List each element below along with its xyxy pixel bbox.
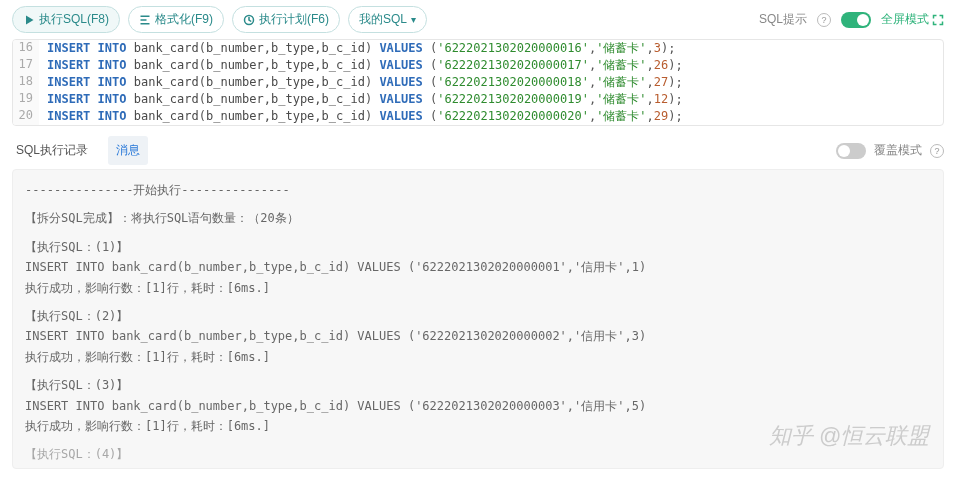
exec-sql: INSERT INTO bank_card(b_number,b_type,b_…: [25, 396, 931, 416]
fullscreen-label: 全屏模式: [881, 11, 929, 28]
result-tabs: SQL执行记录 消息 覆盖模式 ?: [0, 132, 956, 169]
exec-sql: INSERT INTO bank_card(b_number,b_type,b_…: [25, 257, 931, 277]
exec-sql: INSERT INTO bank_card(b_number,b_type,b_…: [25, 465, 931, 469]
mysql-button[interactable]: 我的SQL ▾: [348, 6, 427, 33]
output-split-done: 【拆分SQL完成】：将执行SQL语句数量：（20条）: [25, 208, 931, 228]
format-icon: [139, 14, 151, 26]
exec-block: 【执行SQL：(1)】INSERT INTO bank_card(b_numbe…: [25, 237, 931, 298]
exec-head: 【执行SQL：(4)】: [25, 444, 931, 464]
chevron-down-icon: ▾: [411, 14, 416, 25]
sql-editor[interactable]: 16INSERT INTO bank_card(b_number,b_type,…: [12, 39, 944, 126]
editor-line: 16INSERT INTO bank_card(b_number,b_type,…: [13, 40, 943, 57]
line-number: 16: [13, 40, 39, 57]
code-content[interactable]: INSERT INTO bank_card(b_number,b_type,b_…: [39, 57, 683, 74]
editor-line: 20INSERT INTO bank_card(b_number,b_type,…: [13, 108, 943, 125]
code-content[interactable]: INSERT INTO bank_card(b_number,b_type,b_…: [39, 40, 676, 57]
exec-block: 【执行SQL：(2)】INSERT INTO bank_card(b_numbe…: [25, 306, 931, 367]
output-separator: ---------------开始执行---------------: [25, 180, 931, 200]
help-icon[interactable]: ?: [930, 144, 944, 158]
line-number: 18: [13, 74, 39, 91]
expand-icon: [932, 14, 944, 26]
exec-head: 【执行SQL：(1)】: [25, 237, 931, 257]
help-icon[interactable]: ?: [817, 13, 831, 27]
overwrite-toggle[interactable]: [836, 143, 866, 159]
play-icon: [23, 14, 35, 26]
output-panel: ---------------开始执行--------------- 【拆分SQ…: [12, 169, 944, 469]
exec-sql: INSERT INTO bank_card(b_number,b_type,b_…: [25, 326, 931, 346]
code-content[interactable]: INSERT INTO bank_card(b_number,b_type,b_…: [39, 108, 683, 125]
exec-block: 【执行SQL：(3)】INSERT INTO bank_card(b_numbe…: [25, 375, 931, 436]
editor-line: 18INSERT INTO bank_card(b_number,b_type,…: [13, 74, 943, 91]
format-label: 格式化(F9): [155, 11, 213, 28]
code-content[interactable]: INSERT INTO bank_card(b_number,b_type,b_…: [39, 74, 683, 91]
fullscreen-link[interactable]: 全屏模式: [881, 11, 944, 28]
sql-hint-label: SQL提示: [759, 11, 807, 28]
line-number: 17: [13, 57, 39, 74]
run-sql-button[interactable]: 执行SQL(F8): [12, 6, 120, 33]
exec-block: 【执行SQL：(4)】INSERT INTO bank_card(b_numbe…: [25, 444, 931, 469]
plan-button[interactable]: 执行计划(F6): [232, 6, 340, 33]
overwrite-label: 覆盖模式: [874, 142, 922, 159]
line-number: 20: [13, 108, 39, 125]
exec-result: 执行成功，影响行数：[1]行，耗时：[6ms.]: [25, 278, 931, 298]
sql-hint-toggle[interactable]: [841, 12, 871, 28]
exec-head: 【执行SQL：(2)】: [25, 306, 931, 326]
plan-icon: [243, 14, 255, 26]
format-button[interactable]: 格式化(F9): [128, 6, 224, 33]
editor-line: 17INSERT INTO bank_card(b_number,b_type,…: [13, 57, 943, 74]
exec-result: 执行成功，影响行数：[1]行，耗时：[6ms.]: [25, 347, 931, 367]
run-sql-label: 执行SQL(F8): [39, 11, 109, 28]
tab-history[interactable]: SQL执行记录: [12, 136, 92, 165]
tab-message[interactable]: 消息: [108, 136, 148, 165]
editor-line: 19INSERT INTO bank_card(b_number,b_type,…: [13, 91, 943, 108]
plan-label: 执行计划(F6): [259, 11, 329, 28]
mysql-label: 我的SQL: [359, 11, 407, 28]
toolbar: 执行SQL(F8) 格式化(F9) 执行计划(F6) 我的SQL ▾ SQL提示…: [0, 0, 956, 39]
exec-head: 【执行SQL：(3)】: [25, 375, 931, 395]
code-content[interactable]: INSERT INTO bank_card(b_number,b_type,b_…: [39, 91, 683, 108]
line-number: 19: [13, 91, 39, 108]
exec-result: 执行成功，影响行数：[1]行，耗时：[6ms.]: [25, 416, 931, 436]
